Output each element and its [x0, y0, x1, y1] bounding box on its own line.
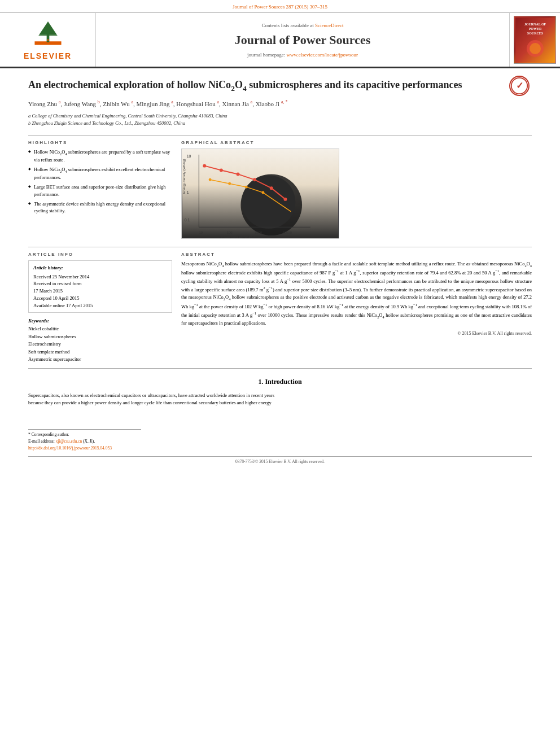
svg-text:100: 100 — [227, 231, 233, 234]
svg-text:10: 10 — [187, 154, 191, 158]
doi-link[interactable]: http://dx.doi.org/10.1016/j.jpowsour.201… — [28, 445, 112, 451]
keywords-section: Keywords: Nickel cobaltite Hollow submic… — [28, 317, 172, 364]
email-line: E-mail address: xji@csu.edu.cn (X. Ji). — [28, 439, 141, 444]
highlight-item-3: Large BET surface area and superior pore… — [28, 184, 172, 198]
journal-header: ELSEVIER Contents lists available at Sci… — [0, 12, 560, 68]
svg-point-25 — [203, 164, 206, 168]
svg-text:✓: ✓ — [516, 81, 523, 90]
revised-date: 17 March 2015 — [33, 287, 167, 295]
top-citation-bar: Journal of Power Sources 287 (2015) 307–… — [0, 0, 560, 12]
received-date: Received 25 November 2014 — [33, 273, 167, 281]
accepted-date: Accepted 10 April 2015 — [33, 295, 167, 302]
svg-point-32 — [228, 182, 231, 185]
science-direct-info: Contents lists available at ScienceDirec… — [262, 23, 344, 28]
elsevier-tree-icon — [25, 19, 71, 50]
article-history-box: Article history: Received 25 November 20… — [28, 260, 172, 313]
elsevier-logo: ELSEVIER — [24, 19, 72, 60]
page-footer: 0378-7753/© 2015 Elsevier B.V. All right… — [28, 456, 532, 464]
main-content: ✓ An electrochemical exploration of holl… — [0, 68, 560, 470]
cover-image: JOURNAL OF POWER SOURCES — [514, 16, 556, 64]
elsevier-wordmark: ELSEVIER — [24, 51, 72, 60]
email-suffix-text: (X. Ji). — [83, 439, 95, 444]
svg-text:10000: 10000 — [283, 231, 292, 234]
citation-link[interactable]: Journal of Power Sources 287 (2015) 307–… — [233, 4, 327, 10]
revised-label: Received in revised form — [33, 280, 167, 287]
svg-point-31 — [209, 178, 212, 181]
abstract-column: ABSTRACT Mesoporous NiCo2O4 hollow submi… — [181, 252, 532, 364]
highlight-item-1: Hollow NiCo2O4 submicrospheres are prepa… — [28, 148, 172, 163]
graphical-abstract-svg: 10 1 0.1 10 100 1000 10000 — [182, 149, 339, 238]
affiliation-b: b Zhengzhou Zhiqin Science and Technolog… — [28, 120, 532, 127]
copyright-notice: © 2015 Elsevier B.V. All rights reserved… — [181, 331, 532, 336]
email-label-text: E-mail address: — [28, 439, 55, 444]
svg-text:1000: 1000 — [255, 231, 262, 234]
article-info-label: ARTICLE INFO — [28, 252, 172, 257]
highlights-column: HIGHLIGHTS Hollow NiCo2O4 submicrosphere… — [28, 140, 172, 239]
homepage-link[interactable]: www.elsevier.com/locate/jpowsour — [287, 52, 358, 58]
svg-text:Energy density (Wh/kg): Energy density (Wh/kg) — [182, 159, 186, 193]
crossmark-badge: ✓ — [509, 76, 532, 98]
authors-line: Yirong Zhu a, Jufeng Wang b, Zhibin Wu a… — [28, 99, 532, 109]
divider-3 — [28, 368, 532, 369]
page: Journal of Power Sources 287 (2015) 307–… — [0, 0, 560, 747]
svg-text:SOURCES: SOURCES — [527, 32, 543, 35]
svg-text:10: 10 — [199, 231, 203, 234]
journal-cover-thumbnail: JOURNAL OF POWER SOURCES — [509, 13, 560, 67]
doi-line: http://dx.doi.org/10.1016/j.jpowsour.201… — [28, 445, 141, 451]
available-date: Available online 17 April 2015 — [33, 302, 167, 309]
graphical-abstract-label: GRAPHICAL ABSTRACT — [181, 140, 532, 145]
article-title: An electrochemical exploration of hollow… — [28, 78, 532, 93]
svg-marker-3 — [38, 24, 58, 36]
email-link[interactable]: xji@csu.edu.cn — [56, 439, 82, 444]
footer-issn: 0378-7753/© 2015 Elsevier B.V. All right… — [235, 459, 325, 464]
footnotes-section: * Corresponding author. E-mail address: … — [28, 429, 141, 451]
highlights-label: HIGHLIGHTS — [28, 140, 172, 145]
keywords-label: Keywords: — [28, 317, 172, 325]
corresponding-author-note: * Corresponding author. — [28, 432, 141, 437]
svg-point-27 — [237, 172, 240, 176]
elsevier-logo-section: ELSEVIER — [0, 13, 96, 67]
svg-point-10 — [530, 43, 541, 54]
graphical-abstract-column: GRAPHICAL ABSTRACT — [181, 140, 532, 239]
keyword-2: Hollow submicrospheres — [28, 333, 172, 341]
journal-homepage-info: journal homepage: www.elsevier.com/locat… — [247, 52, 358, 58]
keyword-5: Asymmetric supercapacitor — [28, 356, 172, 364]
abstract-text: Mesoporous NiCo2O4 hollow submicrosphere… — [181, 260, 532, 327]
svg-point-33 — [245, 186, 248, 189]
svg-point-34 — [261, 191, 264, 194]
divider-2 — [28, 247, 532, 247]
svg-point-15 — [242, 175, 295, 229]
introduction-text: Supercapacitors, also known as electroch… — [28, 392, 532, 407]
highlight-item-2: Hollow NiCo2O4 submicrospheres exhibit e… — [28, 166, 172, 181]
highlights-list: Hollow NiCo2O4 submicrospheres are prepa… — [28, 148, 172, 215]
divider-1 — [28, 135, 532, 136]
highlights-graphical-section: HIGHLIGHTS Hollow NiCo2O4 submicrosphere… — [28, 140, 532, 239]
affiliation-a: a College of Chemistry and Chemical Engi… — [28, 112, 532, 120]
svg-point-30 — [283, 198, 287, 201]
svg-point-4 — [47, 39, 49, 41]
graphical-abstract-image: 10 1 0.1 10 100 1000 10000 — [181, 148, 339, 239]
introduction-title: 1. Introduction — [258, 378, 301, 386]
introduction-section: 1. Introduction Supercapacitors, also kn… — [28, 378, 532, 407]
keyword-1: Nickel cobaltite — [28, 325, 172, 333]
journal-header-center: Contents lists available at ScienceDirec… — [96, 13, 509, 67]
svg-text:POWER: POWER — [528, 27, 541, 30]
history-label: Article history: — [33, 264, 167, 272]
highlight-item-4: The asymmetric device exhibits high ener… — [28, 200, 172, 215]
crossmark-icon: ✓ — [509, 76, 530, 96]
abstract-label: ABSTRACT — [181, 252, 532, 257]
svg-point-28 — [253, 178, 256, 181]
keyword-3: Electrochemistry — [28, 340, 172, 348]
svg-point-26 — [220, 168, 223, 172]
journal-title: Journal of Power Sources — [235, 33, 371, 47]
footnotes-area: * Corresponding author. E-mail address: … — [28, 429, 532, 451]
article-info-column: ARTICLE INFO Article history: Received 2… — [28, 252, 172, 364]
science-direct-link[interactable]: ScienceDirect — [315, 23, 343, 28]
keyword-4: Soft template method — [28, 348, 172, 356]
article-info-abstract-section: ARTICLE INFO Article history: Received 2… — [28, 252, 532, 364]
svg-text:Power density / W kg⁻¹: Power density / W kg⁻¹ — [221, 235, 255, 238]
svg-text:JOURNAL OF: JOURNAL OF — [524, 23, 546, 26]
affiliations: a College of Chemistry and Chemical Engi… — [28, 112, 532, 127]
svg-text:0.1: 0.1 — [185, 218, 190, 222]
svg-text:1: 1 — [187, 190, 189, 194]
